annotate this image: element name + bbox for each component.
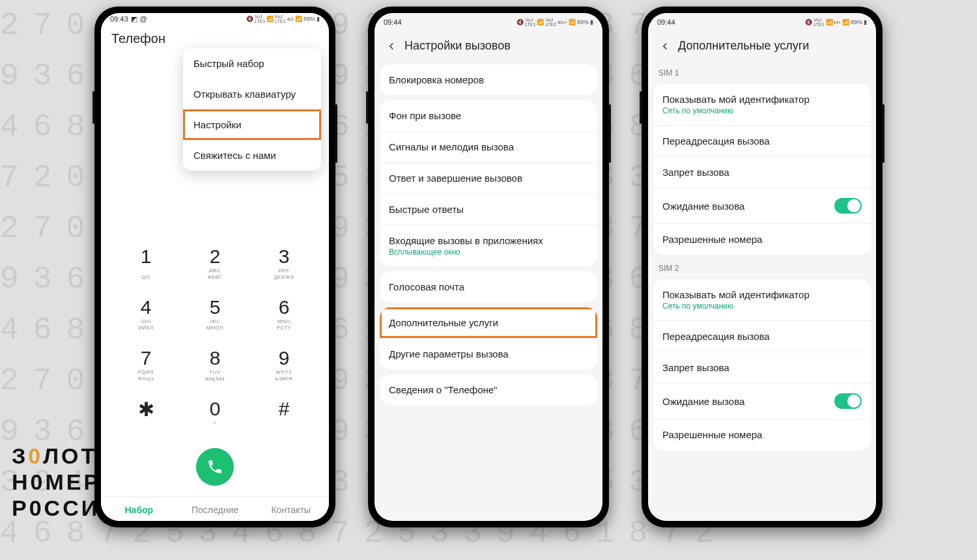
status-bar: 09:44 🔇 VoJLTE1 📶 VoJLTE2 4G+ 📶 89% ▮ <box>375 13 602 30</box>
battery-icon: ▮ <box>864 19 867 25</box>
row-fixed-sim2[interactable]: Разрешенные номера <box>653 419 871 450</box>
toggle-waiting-sim1[interactable] <box>834 198 862 214</box>
row-call-background[interactable]: Фон при вызове <box>380 100 597 131</box>
status-time: 09:43 <box>110 15 128 23</box>
phone-mockup-3: 09:44 🔇 VoJLTE1 📶 H+ 📶 89% ▮ Дополнитель… <box>642 7 883 527</box>
signal2-icon: 📶 <box>295 16 302 22</box>
app-title: Телефон <box>101 23 329 46</box>
tab-contacts[interactable]: Контакты <box>253 497 329 521</box>
page-header: Настройки вызовов <box>375 30 602 62</box>
row-caller-id-sim1[interactable]: Показывать мой идентификаторСеть по умол… <box>653 84 871 125</box>
menu-contact-us[interactable]: Свяжитесь с нами <box>183 140 321 171</box>
volte2-icon: VoJLTE2 <box>545 18 556 27</box>
row-voicemail[interactable]: Голосовая почта <box>380 272 597 302</box>
page-title: Настройки вызовов <box>404 39 511 53</box>
signal2-icon: 📶 <box>569 19 576 25</box>
key-6[interactable]: 6MNOРСТУ <box>249 292 319 338</box>
menu-speed-dial[interactable]: Быстрый набор <box>183 48 321 79</box>
key-8[interactable]: 8TUVШЩЪЫ <box>180 343 249 389</box>
status-bar: 09:44 🔇 VoJLTE1 📶 H+ 📶 89% ▮ <box>648 13 876 30</box>
row-answer-end[interactable]: Ответ и завершение вызовов <box>380 162 597 193</box>
phone-mockup-1: 09:43 ◩ @ 🔇 VoJLTE1 📶 VoJLTE2 4G 📶 89% ▮… <box>94 7 335 527</box>
volte2-icon: VoJLTE2 <box>275 14 285 23</box>
signal-icon: 📶 <box>826 19 833 25</box>
row-forwarding-sim2[interactable]: Переадресация вызова <box>653 320 871 352</box>
key-0[interactable]: 0+ <box>180 394 249 440</box>
key-3[interactable]: 3DEFДЕЁЖЗ <box>249 242 319 287</box>
phone-mockup-2: 09:44 🔇 VoJLTE1 📶 VoJLTE2 4G+ 📶 89% ▮ На… <box>368 7 609 527</box>
menu-settings[interactable]: Настройки <box>183 109 321 140</box>
4g-icon: 4G+ <box>558 20 567 25</box>
status-bar: 09:43 ◩ @ 🔇 VoJLTE1 📶 VoJLTE2 4G 📶 89% ▮ <box>101 13 329 23</box>
menu-open-keyboard[interactable]: Открывать клавиатуру <box>183 79 321 109</box>
app-notification-icon: ◩ <box>131 15 137 23</box>
row-forwarding-sim1[interactable]: Переадресация вызова <box>653 125 871 156</box>
sim2-label: SIM 2 <box>648 257 876 277</box>
key-5[interactable]: 5JKLМНОП <box>180 292 249 338</box>
at-icon: @ <box>140 15 147 23</box>
call-button[interactable] <box>196 448 234 486</box>
chevron-left-icon <box>659 40 671 52</box>
dial-keypad: 1 QO 2ABCАБВГ 3DEFДЕЁЖЗ 4GHIИЙКЛ 5JKLМНО… <box>101 242 329 496</box>
row-about-phone[interactable]: Сведения о "Телефоне" <box>380 374 597 405</box>
sim1-label: SIM 1 <box>648 62 876 81</box>
row-other-call-settings[interactable]: Другие параметры вызова <box>380 338 597 369</box>
row-incoming-apps[interactable]: Входящие вызовы в приложенияхВсплывающее… <box>380 225 597 266</box>
key-4[interactable]: 4GHIИЙКЛ <box>111 292 180 338</box>
row-block-numbers[interactable]: Блокировка номеров <box>380 64 597 95</box>
phone-icon <box>206 458 223 475</box>
row-waiting-sim2[interactable]: Ожидание вызова <box>653 383 871 419</box>
row-caller-id-sim2[interactable]: Показывать мой идентификаторСеть по умол… <box>653 279 871 320</box>
volte-icon: VoJLTE1 <box>525 18 535 27</box>
page-header: Дополнительные услуги <box>648 30 876 62</box>
status-time: 09:44 <box>657 18 675 26</box>
key-2[interactable]: 2ABCАБВГ <box>180 242 249 287</box>
row-fixed-sim1[interactable]: Разрешенные номера <box>653 223 871 255</box>
toggle-waiting-sim2[interactable] <box>834 393 862 409</box>
volte-icon: VoJLTE1 <box>814 18 824 27</box>
battery-percent: 89% <box>577 19 589 25</box>
key-7[interactable]: 7PQRSФХЦЧ <box>111 343 180 389</box>
row-barring-sim1[interactable]: Запрет вызова <box>653 156 871 188</box>
key-hash[interactable]: # <box>249 394 319 440</box>
signal-icon: 📶 <box>537 19 544 25</box>
back-button[interactable] <box>658 40 672 53</box>
chevron-left-icon <box>386 40 397 52</box>
options-popup: Быстрый набор Открывать клавиатуру Настр… <box>183 48 321 171</box>
row-supplementary-services[interactable]: Дополнительные услуги <box>380 307 597 338</box>
battery-icon: ▮ <box>317 16 320 22</box>
mute-icon: 🔇 <box>805 19 812 25</box>
battery-icon: ▮ <box>590 19 593 25</box>
h-icon: H+ <box>834 20 841 25</box>
status-time: 09:44 <box>384 18 402 26</box>
signal2-icon: 📶 <box>842 19 849 25</box>
mute-icon: 🔇 <box>517 19 524 25</box>
key-9[interactable]: 9WXYZЬЭЮЯ <box>249 343 319 389</box>
row-ringtone[interactable]: Сигналы и мелодия вызова <box>380 131 597 162</box>
row-quick-replies[interactable]: Быстрые ответы <box>380 193 597 225</box>
key-1[interactable]: 1 QO <box>111 242 180 287</box>
tab-recent[interactable]: Последние <box>177 497 253 521</box>
row-barring-sim2[interactable]: Запрет вызова <box>653 352 871 383</box>
mute-icon: 🔇 <box>246 16 253 22</box>
back-button[interactable] <box>385 40 398 53</box>
battery-percent: 89% <box>851 19 862 25</box>
battery-percent: 89% <box>304 16 315 22</box>
row-waiting-sim1[interactable]: Ожидание вызова <box>653 188 871 223</box>
tab-dial[interactable]: Набор <box>101 497 177 521</box>
bottom-tabs: Набор Последние Контакты <box>101 496 329 521</box>
4g-icon: 4G <box>287 16 294 22</box>
volte-icon: VoJLTE1 <box>255 14 265 23</box>
page-title: Дополнительные услуги <box>678 39 809 53</box>
signal-icon: 📶 <box>266 16 274 22</box>
key-star[interactable]: ✱ <box>111 394 180 440</box>
